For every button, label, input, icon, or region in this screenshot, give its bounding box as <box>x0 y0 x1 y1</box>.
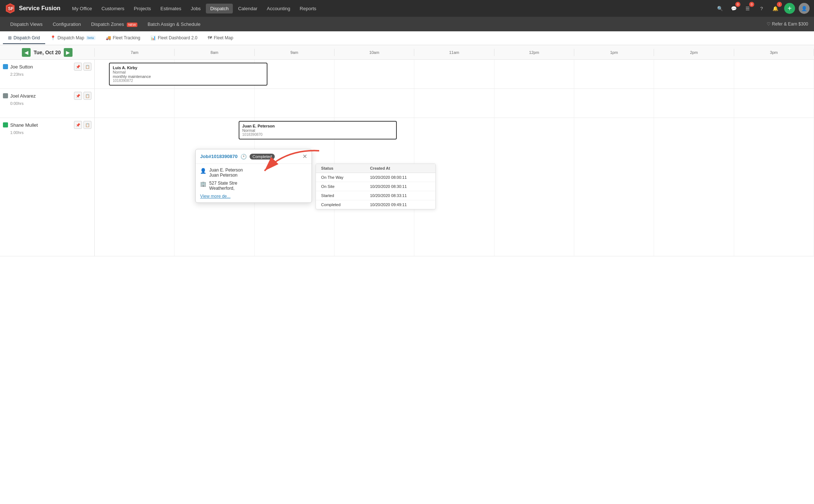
tech-top-shane-mullet: Shane Mullet 📌 📋 <box>3 121 91 129</box>
chat-button[interactable]: 💬 0 <box>729 3 739 13</box>
tech-pin-btn-joel-alvarez[interactable]: 📌 <box>74 92 82 100</box>
job-customer-name: Luis A. Kirby <box>113 66 263 70</box>
tech-actions-joel-alvarez: 📌 📋 <box>74 92 91 100</box>
nav-dispatch[interactable]: Dispatch <box>206 4 233 13</box>
person-icon: 👤 <box>200 168 206 174</box>
tech-color-bar-shane-mullet <box>3 122 8 127</box>
brand-logo[interactable]: SF Service Fusion <box>4 3 60 14</box>
status-value: Started <box>316 191 365 200</box>
tech-info-joel-alvarez: Joel Alvarez 📌 📋 0:00hrs <box>0 89 95 118</box>
main-nav-items: My Office Customers Projects Estimates J… <box>68 4 713 13</box>
popup-address-line1: 527 State Stre <box>209 181 237 186</box>
nav-jobs[interactable]: Jobs <box>186 4 205 13</box>
grid-icon: ⊞ <box>8 35 12 40</box>
nav-accounting[interactable]: Accounting <box>262 4 294 13</box>
brand-icon: SF <box>4 3 16 14</box>
job-popup-box: Job#1018390870 🕐 Completed ✕ 👤 <box>195 149 312 203</box>
grid-body: Joe Sutton 📌 📋 2:23hrs <box>0 60 814 256</box>
time-slot-12pm: 12pm <box>494 49 574 56</box>
time-slot-11am: 11am <box>414 49 494 56</box>
tech-copy-btn-joel-alvarez[interactable]: 📋 <box>83 92 91 100</box>
popup-person-name: Juan E. Peterson <box>209 168 243 173</box>
list-badge: 0 <box>749 2 754 7</box>
top-navigation: SF Service Fusion My Office Customers Pr… <box>0 0 814 17</box>
created-at-value: 10/20/2020 09:49:11 <box>365 200 435 209</box>
nav-customers[interactable]: Customers <box>97 4 129 13</box>
secondary-nav-items: Dispatch Views Configuration Dispatch Zo… <box>6 20 205 29</box>
help-button[interactable]: ? <box>756 3 767 13</box>
time-slots-header: 7am 8am 9am 10am 11am 12pm 1pm 2pm 3pm <box>95 49 814 56</box>
dashboard-icon: 📊 <box>150 35 156 40</box>
notification-button[interactable]: 🔔 ! <box>770 3 780 13</box>
search-button[interactable]: 🔍 <box>715 3 725 13</box>
dispatch-wrapper: Joe Sutton 📌 📋 2:23hrs <box>0 60 814 504</box>
user-avatar[interactable]: 👤 <box>799 3 810 14</box>
tech-top-joel-alvarez: Joel Alvarez 📌 📋 <box>3 92 91 100</box>
add-button[interactable]: + <box>784 3 795 14</box>
clock-icon: 🕐 <box>240 154 247 160</box>
sec-nav-dispatch-views[interactable]: Dispatch Views <box>6 20 47 29</box>
tech-pin-btn-shane-mullet[interactable]: 📌 <box>74 121 82 129</box>
tech-copy-btn-shane-mullet[interactable]: 📋 <box>83 121 91 129</box>
tech-name-shane-mullet: Shane Mullet <box>10 122 72 128</box>
job-customer-name-juan: Juan E. Peterson <box>242 124 393 128</box>
tech-name-joel-alvarez: Joel Alvarez <box>10 93 72 99</box>
popup-job-number[interactable]: Job#1018390870 <box>200 154 238 159</box>
nav-my-office[interactable]: My Office <box>68 4 97 13</box>
tab-fleet-map[interactable]: 🗺 Fleet Map <box>203 32 238 44</box>
popup-close-button[interactable]: ✕ <box>302 153 307 160</box>
popup-address-line2: Weatherford, <box>209 186 237 191</box>
popup-view-more[interactable]: View more de... <box>200 194 307 199</box>
grid-lines-row2 <box>95 89 814 118</box>
tab-fleet-dashboard[interactable]: 📊 Fleet Dashboard 2.0 <box>145 32 203 44</box>
tech-pin-btn-joe-sutton[interactable]: 📌 <box>74 63 82 71</box>
time-slot-8am: 8am <box>175 49 254 56</box>
tab-dispatch-grid[interactable]: ⊞ Dispatch Grid <box>3 32 45 44</box>
popup-person-row: 👤 Juan E. Peterson Juan Peterson <box>200 168 307 178</box>
list-button[interactable]: ☰ 0 <box>743 3 753 13</box>
sec-nav-dispatch-zones[interactable]: Dispatch Zones NEW <box>87 20 142 29</box>
status-value: On The Way <box>316 173 365 182</box>
nav-calendar[interactable]: Calendar <box>234 4 262 13</box>
job-card-juan-peterson[interactable]: Juan E. Peterson Normal 1018390870 <box>239 121 397 139</box>
nav-reports[interactable]: Reports <box>296 4 321 13</box>
tech-schedule-joe-sutton: Luis A. Kirby Normal monthly maintenance… <box>95 60 814 88</box>
tech-name-joe-sutton: Joe Sutton <box>10 64 72 70</box>
tech-copy-btn-joe-sutton[interactable]: 📋 <box>83 63 91 71</box>
svg-text:SF: SF <box>8 6 13 11</box>
secondary-navigation: Dispatch Views Configuration Dispatch Zo… <box>0 17 814 31</box>
status-table: Status Created At On The Way10/20/2020 0… <box>316 164 436 209</box>
map-icon: 🗺 <box>208 35 212 40</box>
job-popup-overlay: Job#1018390870 🕐 Completed ✕ 👤 <box>195 149 312 203</box>
created-at-value: 10/20/2020 08:00:11 <box>365 173 435 182</box>
nav-projects[interactable]: Projects <box>129 4 155 13</box>
tab-dispatch-map[interactable]: 📍 Dispatch Map beta <box>45 32 101 44</box>
time-slot-1pm: 1pm <box>574 49 654 56</box>
status-value: On Site <box>316 182 365 191</box>
sec-nav-batch-assign[interactable]: Batch Assign & Schedule <box>143 20 205 29</box>
sec-nav-configuration[interactable]: Configuration <box>48 20 85 29</box>
dispatch-container: ◀ Tue, Oct 20 ▶ 7am 8am 9am 10am 11am 12… <box>0 45 814 504</box>
status-table-row: On Site10/20/2020 08:30:11 <box>316 182 435 191</box>
notif-badge: ! <box>777 2 782 7</box>
tab-fleet-tracking[interactable]: 🚚 Fleet Tracking <box>101 32 145 44</box>
prev-date-button[interactable]: ◀ <box>22 48 31 57</box>
tech-schedule-shane-mullet: Juan E. Peterson Normal 1018390870 Job#1… <box>95 118 814 256</box>
job-number-juan: 1018390870 <box>242 133 393 137</box>
tech-hours-joe-sutton: 2:23hrs <box>3 72 91 76</box>
nav-estimates[interactable]: Estimates <box>156 4 185 13</box>
tech-info-joe-sutton: Joe Sutton 📌 📋 2:23hrs <box>0 60 95 88</box>
refer-link[interactable]: ♡ Refer & Earn $300 <box>767 21 808 27</box>
popup-body: 👤 Juan E. Peterson Juan Peterson 🏢 <box>196 164 312 202</box>
tech-top-joe-sutton: Joe Sutton 📌 📋 <box>3 63 91 71</box>
tech-actions-shane-mullet: 📌 📋 <box>74 121 91 129</box>
popup-addr-row: 🏢 527 State Stre Weatherford, <box>200 181 307 191</box>
created-at-value: 10/20/2020 08:30:11 <box>365 182 435 191</box>
tech-row-joe-sutton: Joe Sutton 📌 📋 2:23hrs <box>0 60 814 89</box>
next-date-button[interactable]: ▶ <box>64 48 73 57</box>
time-slot-9am: 9am <box>255 49 334 56</box>
job-card-luis-kirby[interactable]: Luis A. Kirby Normal monthly maintenance… <box>109 63 267 86</box>
tech-hours-joel-alvarez: 0:00hrs <box>3 101 91 106</box>
job-number: 1018390872 <box>113 79 263 83</box>
tabs-bar: ⊞ Dispatch Grid 📍 Dispatch Map beta 🚚 Fl… <box>0 31 814 45</box>
